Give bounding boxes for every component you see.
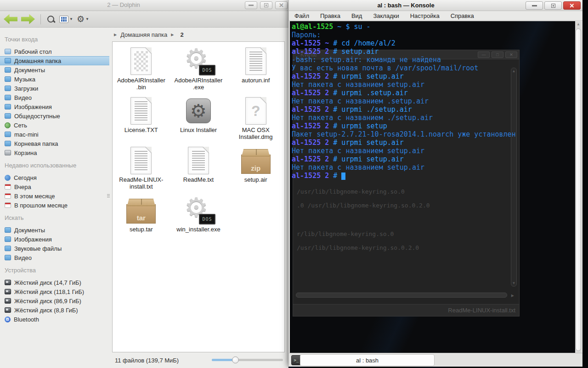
terminal-line: -bash: setup.air: команда не найдена bbox=[292, 56, 516, 64]
sidebar-item[interactable]: Сегодня bbox=[0, 173, 109, 182]
menu-item-settings[interactable]: Настройка bbox=[410, 12, 440, 19]
dolphin-toolbar: ▼ ⚙ ▼ bbox=[0, 11, 288, 28]
settings-button[interactable]: ⚙ ▼ bbox=[77, 15, 89, 23]
sidebar-item[interactable]: Загрузки bbox=[0, 84, 109, 93]
file-item[interactable]: ⚙Linux Installer bbox=[170, 95, 227, 145]
sidebar-item[interactable]: Вчера bbox=[0, 182, 109, 191]
search-button[interactable] bbox=[46, 15, 56, 24]
file-item[interactable]: ReadMe.txt bbox=[170, 145, 227, 195]
tab-al-bash[interactable]: al : bash bbox=[300, 354, 435, 366]
terminal-line: al@al-1525 ~ $ su - bbox=[292, 23, 516, 31]
konsole-scrollbar[interactable]: ▲ bbox=[575, 21, 582, 353]
sidebar-item[interactable]: Жёсткий диск (14,7 ГиБ) bbox=[0, 278, 109, 287]
document-text-icon bbox=[130, 95, 152, 126]
sidebar-item[interactable]: Изображения bbox=[0, 102, 109, 111]
view-mode-button[interactable]: ▼ bbox=[59, 16, 73, 23]
dolphin-statusbar: 11 файлов (139,7 МиБ) bbox=[109, 352, 288, 368]
dolphin-window: 2 — Dolphin ✕ ▼ ⚙ ▼ Точки входаРабочий с… bbox=[0, 0, 288, 368]
dolphin-close-button[interactable]: ✕ bbox=[275, 1, 288, 9]
terminal-segment: # urpmi ./setup.air bbox=[329, 105, 412, 114]
file-grid: AdobeAIRInstaller.bin⚙DOSAdobeAIRInstall… bbox=[113, 42, 284, 244]
konsole-close-button[interactable]: ✕ bbox=[563, 1, 581, 10]
sidebar-item[interactable]: BBluetooth bbox=[0, 315, 109, 324]
terminal-segment: al-1525 2 bbox=[292, 172, 329, 180]
terminal-line: У вас есть новая почта в /var/spool/mail… bbox=[292, 64, 516, 72]
sidebar-item[interactable]: Корзина bbox=[0, 148, 109, 157]
sidebar-item[interactable]: Музыка bbox=[0, 75, 109, 84]
sidebar-item-label: Вчера bbox=[14, 184, 31, 190]
menu-item-help[interactable]: Справка bbox=[451, 12, 474, 19]
minimize-icon bbox=[249, 5, 254, 6]
file-item[interactable]: autorun.inf bbox=[227, 46, 284, 95]
sidebar-item-selected[interactable]: Домашняя папка bbox=[0, 56, 109, 65]
sidebar-item[interactable]: mac-mini bbox=[0, 130, 109, 139]
file-item[interactable]: ?MAC OSXInstaller.dmg bbox=[227, 95, 284, 145]
sidebar-item-label: mac-mini bbox=[14, 131, 39, 138]
icon-zoom-slider[interactable] bbox=[212, 359, 283, 361]
terminal-area[interactable]: KWrite — □ ✕ /usr/lib/libgnome-keyring.s… bbox=[290, 21, 582, 353]
scroll-up-icon: ▲ bbox=[575, 22, 582, 26]
file-item[interactable]: zipsetup.air bbox=[227, 145, 284, 195]
konsole-menubar: ФайлПравкаВидЗакладкиНастройкаСправка bbox=[289, 11, 582, 21]
konsole-minimize-button[interactable] bbox=[526, 1, 543, 10]
terminal-segment: Пароль: bbox=[292, 31, 321, 39]
file-item[interactable]: ⚙DOSAdobeAIRInstaller.exe bbox=[170, 46, 227, 95]
konsole-titlebar[interactable]: al : bash — Konsole ✕ bbox=[289, 0, 582, 11]
menu-item-edit[interactable]: Правка bbox=[320, 12, 340, 19]
sidebar-item[interactable]: Жёсткий диск (118,1 ГиБ) bbox=[0, 287, 109, 296]
sidebar-item[interactable]: Общедоступные bbox=[0, 111, 109, 121]
file-item[interactable]: ReadMe-LINUX-install.txt bbox=[113, 145, 170, 195]
sidebar-item[interactable]: Звуковые файлы bbox=[0, 244, 109, 253]
sidebar-item-label: Жёсткий диск (118,1 ГиБ) bbox=[14, 288, 84, 295]
sidebar-item[interactable]: Жёсткий диск (8,8 ГиБ) bbox=[0, 305, 109, 315]
terminal-output: al@al-1525 ~ $ su -Пароль:al-1525 ~ # cd… bbox=[292, 23, 516, 180]
sidebar-item[interactable]: Изображения bbox=[0, 235, 109, 244]
file-item[interactable]: ⚙DOSwin_installer.exe bbox=[170, 195, 227, 244]
sidebar-item-label: Музыка bbox=[14, 76, 35, 83]
file-name: MAC OSXInstaller.dmg bbox=[239, 126, 273, 140]
file-item[interactable]: tarsetup.tar bbox=[113, 195, 170, 244]
terminal-segment: al-1525 2 bbox=[292, 155, 329, 163]
forward-button[interactable] bbox=[21, 14, 35, 24]
sidebar-item[interactable]: Видео bbox=[0, 253, 109, 262]
dolphin-maximize-button[interactable] bbox=[260, 1, 272, 9]
breadcrumb-current-folder[interactable]: 2 bbox=[180, 31, 183, 38]
sidebar-section-title: Искать bbox=[5, 214, 109, 224]
file-view[interactable]: AdobeAIRInstaller.bin⚙DOSAdobeAIRInstall… bbox=[112, 41, 285, 352]
dolphin-titlebar[interactable]: 2 — Dolphin ✕ bbox=[0, 0, 288, 11]
file-name: AdobeAIRInstaller.bin bbox=[117, 77, 165, 91]
terminal-segment: al@al-1525 bbox=[292, 23, 333, 31]
document-question-icon: ? bbox=[245, 95, 266, 126]
konsole-tabbar: >_ al : bash bbox=[289, 353, 582, 367]
file-name: ReadMe-LINUX-install.txt bbox=[119, 176, 163, 190]
back-button[interactable] bbox=[4, 14, 17, 24]
terminal-segment: Нет пакета с названием ./setup.air bbox=[292, 114, 433, 122]
scrollbar-thumb[interactable] bbox=[576, 29, 581, 351]
terminal-segment: al-1525 2 bbox=[292, 72, 329, 80]
file-name: License.TXT bbox=[124, 126, 158, 133]
file-item[interactable]: AdobeAIRInstaller.bin bbox=[113, 46, 170, 95]
konsole-maximize-button[interactable] bbox=[544, 1, 562, 10]
images-folder-icon bbox=[5, 236, 11, 242]
calendar-icon bbox=[5, 202, 11, 208]
breadcrumb-home[interactable]: Домашняя папка bbox=[120, 31, 167, 38]
sidebar-item[interactable]: Сеть bbox=[0, 121, 109, 130]
sidebar-item[interactable]: Жёсткий диск (86,9 ГиБ) bbox=[0, 296, 109, 305]
menu-item-bookmarks[interactable]: Закладки bbox=[373, 12, 399, 19]
documents-folder-icon bbox=[5, 67, 11, 73]
kwrite-text-line: .0 /usr/lib/libgnome-keyring.so.0.2.0 bbox=[297, 202, 430, 209]
sidebar-item[interactable]: В прошлом месяце bbox=[0, 201, 109, 210]
sidebar-item[interactable]: Корневая папка bbox=[0, 139, 109, 148]
sidebar-item[interactable]: Рабочий стол bbox=[0, 47, 109, 56]
chevron-down-icon: ▼ bbox=[85, 17, 89, 21]
sidebar-item[interactable]: В этом месяце bbox=[0, 191, 109, 201]
slider-handle[interactable] bbox=[232, 356, 239, 363]
sidebar-item-label: Корзина bbox=[14, 150, 37, 156]
dolphin-minimize-button[interactable] bbox=[245, 1, 257, 9]
file-item[interactable]: License.TXT bbox=[113, 95, 170, 145]
sidebar-item[interactable]: Документы bbox=[0, 225, 109, 235]
menu-item-view[interactable]: Вид bbox=[351, 12, 362, 19]
sidebar-item[interactable]: Видео bbox=[0, 93, 109, 102]
sidebar-item[interactable]: Документы bbox=[0, 65, 109, 75]
menu-item-file[interactable]: Файл bbox=[294, 12, 309, 19]
